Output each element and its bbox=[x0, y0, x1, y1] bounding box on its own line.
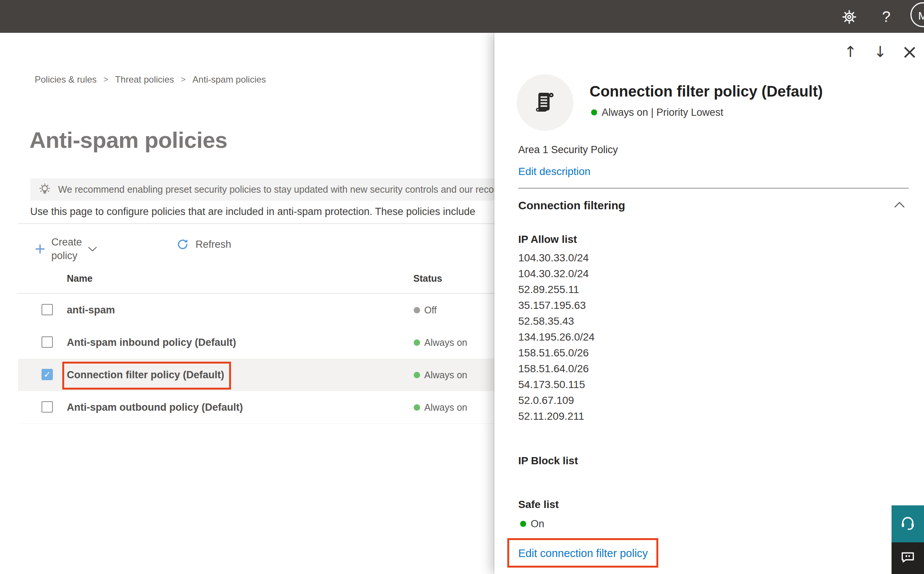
status-label: Always on bbox=[424, 391, 467, 424]
breadcrumb-policies-rules[interactable]: Policies & rules bbox=[35, 73, 97, 86]
row-checkbox[interactable] bbox=[41, 336, 53, 348]
status-dot-on bbox=[414, 372, 420, 378]
ip-entry: 134.195.26.0/24 bbox=[518, 329, 595, 345]
refresh-button[interactable]: Refresh bbox=[176, 236, 231, 253]
status-dot-on bbox=[520, 521, 526, 527]
safe-list-value: On bbox=[531, 517, 544, 530]
create-policy-button[interactable]: + Create policy bbox=[35, 235, 97, 262]
next-item-arrow-down-icon[interactable]: ↓ bbox=[870, 41, 891, 63]
ip-entry: 104.30.32.0/24 bbox=[518, 266, 595, 282]
row-checkbox-checked[interactable]: ✓ bbox=[41, 369, 53, 380]
help-icon[interactable]: ? bbox=[876, 6, 897, 28]
status-dot-on bbox=[591, 109, 597, 115]
chevron-up-icon[interactable] bbox=[894, 201, 905, 210]
headset-icon bbox=[899, 514, 917, 534]
page-description: Use this page to configure policies that… bbox=[30, 205, 475, 218]
ip-entry: 158.51.65.0/26 bbox=[518, 345, 595, 361]
flyout-status: Always on | Priority Lowest bbox=[591, 106, 723, 119]
ip-entry: 52.0.67.109 bbox=[518, 393, 595, 408]
ip-entry: 35.157.195.63 bbox=[518, 298, 595, 314]
refresh-icon bbox=[176, 238, 190, 253]
status-dot-off bbox=[414, 307, 420, 314]
ip-allow-list: 104.30.33.0/24 104.30.32.0/24 52.89.255.… bbox=[518, 250, 595, 424]
edit-description-link[interactable]: Edit description bbox=[518, 165, 590, 178]
plus-icon: + bbox=[35, 241, 45, 257]
avatar[interactable]: M bbox=[910, 2, 924, 27]
status-label: Always on bbox=[424, 359, 467, 391]
policy-name: anti-spam bbox=[67, 294, 115, 326]
ip-entry: 52.11.209.211 bbox=[518, 408, 595, 424]
ip-block-list-heading: IP Block list bbox=[518, 454, 578, 468]
banner-text: We recommend enabling preset security po… bbox=[58, 178, 515, 201]
chevron-down-icon bbox=[88, 247, 97, 254]
status-dot-on bbox=[414, 339, 420, 346]
chevron-right-icon: > bbox=[103, 73, 108, 86]
chevron-right-icon: > bbox=[181, 73, 186, 86]
support-button[interactable] bbox=[892, 505, 924, 542]
section-title-connection-filtering: Connection filtering bbox=[518, 199, 625, 212]
safe-list-status: On bbox=[520, 517, 544, 530]
page-title: Anti-spam policies bbox=[29, 128, 227, 153]
ip-entry: 158.51.64.0/26 bbox=[518, 361, 595, 377]
create-policy-label: Create policy bbox=[51, 235, 82, 262]
ip-entry: 52.89.255.11 bbox=[518, 282, 595, 298]
status-dot-on bbox=[414, 404, 420, 411]
previous-item-arrow-up-icon[interactable]: ↑ bbox=[840, 41, 861, 63]
close-icon[interactable]: × bbox=[899, 41, 920, 63]
feedback-chat-icon bbox=[899, 549, 916, 567]
lightbulb-icon bbox=[38, 183, 52, 198]
flyout-title: Connection filter policy (Default) bbox=[590, 82, 823, 100]
breadcrumb-threat-policies[interactable]: Threat policies bbox=[115, 73, 174, 86]
status-label: Always on bbox=[424, 326, 467, 359]
flyout-divider bbox=[518, 188, 909, 189]
safe-list-heading: Safe list bbox=[518, 498, 559, 511]
refresh-label: Refresh bbox=[196, 238, 231, 251]
edit-connection-filter-policy-link[interactable]: Edit connection filter policy bbox=[518, 547, 648, 560]
policy-name: Anti-spam inbound policy (Default) bbox=[67, 326, 236, 359]
settings-gear-icon[interactable] bbox=[839, 6, 860, 28]
column-header-name[interactable]: Name bbox=[67, 272, 92, 284]
top-app-bar: ? M bbox=[0, 0, 924, 33]
feedback-button[interactable] bbox=[892, 542, 924, 574]
column-header-status[interactable]: Status bbox=[413, 272, 442, 284]
ip-entry: 104.30.33.0/24 bbox=[518, 250, 595, 266]
screen: ? M Policies & rules > Threat policies >… bbox=[0, 0, 924, 574]
status-label: Off bbox=[424, 294, 437, 326]
flyout-status-label: Always on | Priority Lowest bbox=[602, 106, 723, 119]
ip-entry: 54.173.50.115 bbox=[518, 377, 595, 393]
policy-description: Area 1 Security Policy bbox=[518, 144, 618, 156]
ip-entry: 52.58.35.43 bbox=[518, 314, 595, 329]
row-checkbox[interactable] bbox=[41, 401, 53, 413]
policy-name: Connection filter policy (Default) bbox=[67, 359, 224, 391]
breadcrumb-anti-spam-policies: Anti-spam policies bbox=[193, 73, 266, 86]
policy-name: Anti-spam outbound policy (Default) bbox=[67, 391, 243, 424]
row-checkbox[interactable] bbox=[41, 304, 53, 315]
breadcrumb: Policies & rules > Threat policies > Ant… bbox=[35, 73, 266, 86]
ip-allow-list-heading: IP Allow list bbox=[518, 233, 577, 246]
policy-scroll-icon bbox=[517, 74, 573, 131]
policy-details-flyout: ↑ ↓ × Connection filter policy (Default) bbox=[494, 33, 924, 574]
